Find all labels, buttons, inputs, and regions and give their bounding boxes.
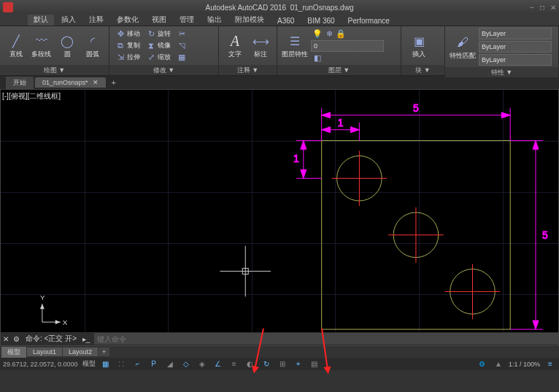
svg-marker-8	[322, 127, 331, 133]
status-coordinates: 29.6712, 22.0572, 0.0000	[3, 361, 78, 368]
ribbon-tab-a360[interactable]: A360	[271, 16, 300, 26]
polyline-button[interactable]: 〰多段线	[30, 28, 53, 64]
panel-title-draw[interactable]: 绘图 ▼	[0, 65, 109, 75]
status-model-label[interactable]: 模型	[82, 359, 96, 369]
isodraft-toggle-icon[interactable]: ◢	[164, 359, 176, 369]
panel-title-annotation[interactable]: 注释 ▼	[219, 65, 277, 75]
move-icon: ✥	[115, 29, 126, 39]
move-button[interactable]: ✥移动	[114, 28, 142, 39]
tab-close-icon[interactable]: ✕	[93, 79, 99, 86]
mirror-button[interactable]: ⧗镜像	[144, 40, 172, 51]
layout-tab-add[interactable]: +	[99, 347, 109, 356]
zoom-level[interactable]: 1:1 / 100%	[509, 361, 540, 368]
arc-icon: ◜	[84, 32, 101, 50]
ribbon-tabs: 默认 插入 注释 参数化 视图 管理 输出 附加模块 A360 BIM 360 …	[0, 15, 559, 26]
svg-marker-4	[501, 112, 510, 118]
doc-tab-start[interactable]: 开始	[6, 77, 34, 89]
circle-2	[388, 207, 444, 263]
layout-tab-model[interactable]: 模型	[1, 347, 26, 358]
dyninput-toggle-icon[interactable]: +	[293, 359, 304, 369]
layer-tools-row1[interactable]: 💡❄🔒	[311, 28, 384, 39]
ribbon-tab-view[interactable]: 视图	[146, 14, 172, 26]
stretch-button[interactable]: ⇲拉伸	[114, 52, 142, 63]
annoscale-icon[interactable]: ▲	[493, 359, 504, 369]
linetype-selector[interactable]: ByLayer	[479, 54, 552, 66]
layout-tab-layout1[interactable]: Layout1	[27, 347, 62, 356]
text-button[interactable]: A文字	[223, 28, 247, 64]
ribbon-tab-insert[interactable]: 插入	[55, 14, 82, 26]
layer-props-button[interactable]: ☰图层特性	[282, 28, 308, 64]
ribbon-tab-default[interactable]: 默认	[28, 14, 54, 26]
insert-block-button[interactable]: ▣插入	[406, 28, 432, 64]
quickprops-toggle-icon[interactable]: ▤	[309, 359, 320, 369]
circle-button[interactable]: ◯圆	[56, 28, 79, 64]
rotate-icon: ↻	[146, 29, 156, 39]
line-button[interactable]: ╱直线	[4, 28, 27, 64]
minimize-icon[interactable]: −	[530, 4, 534, 12]
model-viewport[interactable]: [-][俯视][二维线框] 5 1 1 5	[0, 89, 559, 346]
svg-marker-15	[301, 169, 307, 178]
grid-toggle-icon[interactable]: ▦	[100, 359, 112, 369]
close-icon[interactable]: ✕	[550, 4, 556, 12]
lineweight-selector[interactable]: ByLayer	[479, 41, 552, 53]
snap-toggle-icon[interactable]: ⸬	[116, 359, 128, 369]
array-icon: ▦	[177, 53, 187, 63]
ribbon-tab-manage[interactable]: 管理	[174, 14, 200, 26]
scale-button[interactable]: ⤢缩放	[144, 52, 172, 63]
circle-icon: ◯	[58, 32, 76, 50]
ribbon-tab-addins[interactable]: 附加模块	[229, 14, 270, 26]
ribbon-tab-parametric[interactable]: 参数化	[111, 14, 144, 26]
panel-title-modify[interactable]: 修改 ▼	[109, 65, 218, 75]
app-logo	[3, 2, 13, 12]
3dosnap-toggle-icon[interactable]: ◈	[196, 359, 208, 369]
polyline-icon: 〰	[33, 32, 50, 50]
ucs-icon: XY	[40, 293, 68, 326]
ribbon-tab-bim360[interactable]: BIM 360	[301, 16, 340, 26]
dynucs-toggle-icon[interactable]: ⊞	[277, 359, 288, 369]
osnap-toggle-icon[interactable]: ◇	[180, 359, 192, 369]
ribbon-tab-annotate[interactable]: 注释	[83, 14, 109, 26]
workspace-icon[interactable]: ⚙	[477, 359, 488, 369]
layout-tab-layout2[interactable]: Layout2	[63, 347, 98, 356]
dim-button[interactable]: ⟷标注	[250, 28, 273, 64]
panel-title-block[interactable]: 块 ▼	[401, 65, 444, 75]
layer-tools-row2[interactable]: ◧	[311, 53, 384, 64]
customize-icon[interactable]: ≡	[544, 359, 556, 369]
lineweight-toggle-icon[interactable]: ≡	[228, 359, 240, 369]
color-selector[interactable]: ByLayer	[479, 28, 552, 39]
fillet-button[interactable]: ◹	[175, 40, 188, 51]
block-icon: ▣	[410, 32, 428, 50]
scale-icon: ⤢	[146, 53, 156, 63]
copy-button[interactable]: ⧉复制	[114, 40, 142, 51]
ortho-toggle-icon[interactable]: ⌐	[132, 359, 144, 369]
dim-1-vertical: 1	[293, 141, 322, 179]
panel-title-layer[interactable]: 图层 ▼	[277, 65, 401, 75]
svg-marker-38	[40, 304, 45, 309]
svg-marker-21	[533, 320, 539, 329]
new-tab-button[interactable]: +	[107, 78, 120, 87]
dim-5-horizontal: 5	[322, 102, 511, 141]
maximize-icon[interactable]: □	[540, 4, 544, 12]
cmd-close-icon[interactable]: ✕	[1, 335, 11, 343]
match-props-button[interactable]: 🖌特性匹配	[450, 29, 476, 64]
rotate-button[interactable]: ↻旋转	[144, 28, 172, 39]
dim-icon: ⟷	[252, 32, 269, 50]
polar-toggle-icon[interactable]: P	[148, 359, 160, 369]
otrack-toggle-icon[interactable]: ∠	[212, 359, 224, 369]
cycling-toggle-icon[interactable]: ↻	[261, 359, 272, 369]
trim-button[interactable]: ✂	[175, 28, 188, 39]
line-icon: ╱	[7, 32, 25, 50]
svg-text:5: 5	[542, 229, 548, 241]
command-input[interactable]	[94, 333, 558, 345]
circle-3	[445, 264, 501, 320]
array-button[interactable]: ▦	[175, 52, 188, 63]
doc-tab-file[interactable]: 01_runOsnaps*✕	[35, 77, 106, 88]
ribbon-tab-performance[interactable]: Performance	[342, 16, 396, 26]
ribbon-tab-output[interactable]: 输出	[201, 14, 228, 26]
panel-title-properties[interactable]: 特性 ▼	[445, 67, 558, 77]
layout-tabs: 模型 Layout1 Layout2 +	[0, 346, 559, 358]
cmd-settings-icon[interactable]: ⚙	[11, 335, 21, 343]
layer-selector[interactable]: 0	[311, 40, 384, 52]
svg-marker-3	[322, 112, 331, 118]
arc-button[interactable]: ◜圆弧	[82, 28, 104, 64]
